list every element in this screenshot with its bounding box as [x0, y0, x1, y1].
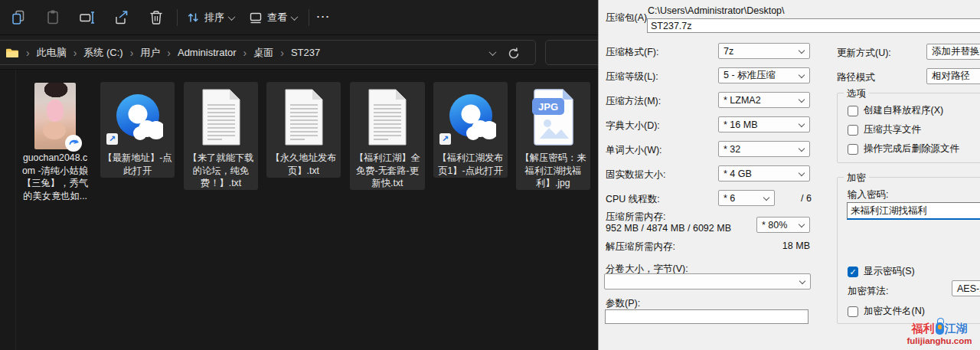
- 7zip-add-archive-dialog: 压缩包(A) C:\Users\Administrator\Desktop\ S…: [598, 0, 980, 350]
- text-file-icon: [350, 85, 425, 149]
- file-tile-video[interactable]: guochan2048.c om -清纯小姑娘 【三兔】，秀气 的美女竟也如..…: [15, 83, 95, 205]
- parameters-input[interactable]: [605, 309, 808, 324]
- format-label: 压缩格式(F):: [606, 46, 658, 59]
- checkbox-unchecked[interactable]: [848, 106, 858, 116]
- file-tile-txt[interactable]: 【福利江湖】全 免费-无套路-更 新快.txt: [350, 82, 425, 190]
- password-value: 来福利江湖找福利: [851, 204, 927, 218]
- file-tile-txt[interactable]: 【永久地址发布 页】.txt: [266, 82, 341, 178]
- compress-shared-checkbox-row[interactable]: 压缩共享文件: [848, 123, 921, 136]
- update-mode-select[interactable]: 添加并替换文件: [926, 44, 980, 60]
- sort-button[interactable]: 排序: [186, 9, 234, 26]
- breadcrumb: › 此电脑 › 系统 (C:) › 用户 › Administrator › 桌…: [5, 46, 320, 60]
- svg-text:JPG: JPG: [537, 101, 557, 113]
- share-button[interactable]: [111, 7, 132, 28]
- qq-browser-icon: ↗: [433, 85, 508, 149]
- dictionary-label: 字典大小(D):: [606, 119, 660, 132]
- breadcrumb-item-desktop[interactable]: 桌面: [253, 46, 273, 60]
- refresh-icon[interactable]: [506, 46, 521, 61]
- view-label: 查看: [267, 11, 287, 25]
- word-size-value: * 32: [724, 144, 740, 155]
- delete-button[interactable]: [145, 7, 167, 28]
- breadcrumb-item-st237[interactable]: ST237: [291, 47, 320, 58]
- volume-size-combo[interactable]: [604, 273, 811, 289]
- breadcrumb-item-users[interactable]: 用户: [140, 46, 160, 60]
- breadcrumb-item-this-pc[interactable]: 此电脑: [37, 46, 67, 60]
- address-row: › 此电脑 › 系统 (C:) › 用户 › Administrator › 桌…: [0, 35, 598, 70]
- memory-decompress-label: 解压缩所需内存:: [606, 240, 675, 254]
- file-name: guochan2048.c om -清纯小姑娘 【三兔】，秀气 的美女竟也如..…: [22, 152, 88, 202]
- file-tile-jpg[interactable]: JPG 【解压密码：来 福利江湖找福 利】.jpg: [516, 82, 590, 190]
- format-value: 7z: [724, 46, 733, 57]
- memory-decompress-value: 18 MB: [737, 240, 810, 251]
- file-tile-qq-shortcut[interactable]: ↗ 【最新地址】-点 此打开: [100, 82, 175, 178]
- watermark-url: fulijianghu.com: [900, 335, 978, 347]
- checkbox-checked[interactable]: ✓: [848, 267, 858, 277]
- update-mode-value: 添加并替换文件: [932, 45, 980, 58]
- level-select[interactable]: 5 - 标准压缩: [718, 67, 810, 83]
- encryption-method-select[interactable]: AES-256: [952, 280, 980, 296]
- toolbar-divider: [177, 9, 178, 26]
- encrypt-filenames-checkbox-row[interactable]: 加密文件名(N): [848, 305, 925, 318]
- view-layout-icon: [249, 11, 263, 25]
- view-button[interactable]: 查看: [249, 9, 297, 26]
- delete-after-checkbox-row[interactable]: 操作完成后删除源文件: [848, 142, 959, 155]
- parameters-label: 参数(P):: [606, 297, 640, 310]
- chevron-down-icon: [799, 278, 805, 284]
- text-file-icon: [184, 85, 258, 149]
- cpu-threads-value: * 6: [724, 193, 735, 204]
- checkbox-unchecked[interactable]: [848, 125, 858, 136]
- solid-size-value: * 4 GB: [724, 168, 752, 179]
- dictionary-select[interactable]: * 16 MB: [718, 116, 810, 132]
- create-sfx-checkbox-row[interactable]: 创建自释放程序(X): [848, 104, 943, 117]
- cpu-threads-label: CPU 线程数:: [606, 193, 660, 206]
- breadcrumb-item-administrator[interactable]: Administrator: [178, 47, 237, 58]
- chevron-down-icon: [799, 221, 805, 227]
- file-name: 【解压密码：来 福利江湖找福 利】.jpg: [520, 152, 586, 190]
- word-size-label: 单词大小(W):: [606, 144, 662, 157]
- file-tile-qq-shortcut[interactable]: ↗ 【福利江湖发布 页1】-点此打开: [433, 82, 508, 178]
- file-name: 【福利江湖发布 页1】-点此打开: [437, 152, 503, 177]
- file-name: 【来了就能下载 的论坛，纯免 费！】.txt: [188, 152, 253, 190]
- archive-name-input[interactable]: ST237.7z: [647, 18, 980, 33]
- word-size-select[interactable]: * 32: [718, 141, 810, 157]
- search-box[interactable]: [545, 40, 598, 65]
- password-input[interactable]: 来福利江湖找福利: [847, 202, 980, 220]
- solid-size-select[interactable]: * 4 GB: [718, 165, 810, 182]
- method-value: * LZMA2: [724, 95, 761, 106]
- encryption-group-title: 加密: [844, 172, 869, 185]
- file-name: 【最新地址】-点 此打开: [103, 152, 172, 177]
- paste-button[interactable]: [42, 7, 64, 28]
- shortcut-arrow-icon: ↗: [106, 133, 118, 145]
- shortcut-arrow-icon: ↗: [439, 133, 451, 145]
- checkbox-unchecked[interactable]: [848, 306, 858, 317]
- address-dropdown-chevron-icon[interactable]: [489, 48, 497, 56]
- breadcrumb-item-drive-c[interactable]: 系统 (C:): [83, 46, 122, 60]
- show-password-checkbox-row[interactable]: ✓ 显示密码(S): [848, 265, 915, 278]
- rename-icon: [78, 8, 96, 27]
- path-mode-select[interactable]: 相对路径: [926, 68, 980, 84]
- encrypt-filenames-label: 加密文件名(N): [864, 305, 925, 318]
- file-name: 【永久地址发布 页】.txt: [270, 152, 336, 177]
- more-button[interactable]: …: [315, 5, 331, 21]
- address-bar[interactable]: › 此电脑 › 系统 (C:) › 用户 › Administrator › 桌…: [0, 40, 536, 65]
- toolbar-divider: [309, 9, 309, 26]
- checkbox-unchecked[interactable]: [848, 144, 858, 155]
- chevron-down-icon: [763, 195, 769, 201]
- rename-button[interactable]: [77, 7, 98, 28]
- chevron-down-icon: [799, 72, 805, 78]
- copy-button[interactable]: [8, 7, 29, 28]
- file-tile-txt[interactable]: 【来了就能下载 的论坛，纯免 费！】.txt: [184, 82, 258, 190]
- memory-usage-select[interactable]: * 80%: [756, 217, 810, 233]
- format-select[interactable]: 7z: [718, 43, 810, 59]
- password-label: 输入密码:: [848, 188, 888, 201]
- cpu-threads-select[interactable]: * 6: [718, 190, 775, 206]
- chevron-down-icon: [291, 13, 299, 21]
- method-select[interactable]: * LZMA2: [718, 92, 810, 108]
- check-icon: ✓: [849, 267, 856, 277]
- archive-directory: C:\Users\Administrator\Desktop\: [648, 5, 785, 16]
- sort-arrows-icon: [186, 11, 200, 25]
- options-group-title: 选项: [844, 87, 869, 100]
- sort-label: 排序: [204, 11, 224, 25]
- archive-name-value: ST237.7z: [651, 21, 692, 31]
- level-label: 压缩等级(L):: [606, 70, 658, 83]
